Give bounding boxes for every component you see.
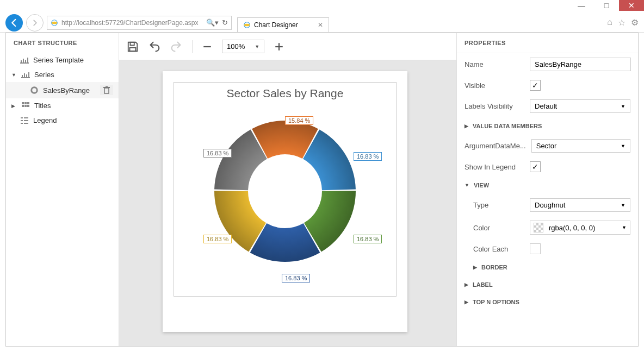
- tools-icon[interactable]: ⚙: [631, 17, 639, 28]
- tab-close-icon[interactable]: ✕: [318, 21, 323, 29]
- section-view[interactable]: ▼ VIEW: [457, 177, 638, 194]
- tree-item-salesbyrange[interactable]: SalesByRange: [6, 82, 119, 98]
- chart-designer-app: CHART STRUCTURE Series Template ▼ Series…: [5, 33, 639, 347]
- color-swatch-icon: [534, 223, 543, 232]
- undo-button[interactable]: [148, 41, 160, 52]
- section-title: TOP N OPTIONS: [473, 299, 519, 305]
- prop-label-color: Color: [473, 224, 524, 232]
- svg-rect-10: [22, 75, 23, 77]
- zoom-select[interactable]: 100% ▼: [222, 40, 264, 53]
- tree-label: Series: [34, 71, 54, 79]
- save-button[interactable]: [127, 41, 139, 53]
- tree-item-series[interactable]: ▼ Series: [6, 67, 119, 82]
- toolbar-separator: [192, 40, 193, 53]
- section-title: VIEW: [474, 182, 489, 188]
- tree-item-legend[interactable]: Legend: [6, 113, 119, 128]
- donut-chart: [203, 110, 367, 273]
- ie-tab-icon: [243, 21, 251, 29]
- svg-rect-13: [28, 72, 29, 77]
- browser-back-button[interactable]: [5, 14, 23, 32]
- legend-icon: [20, 117, 29, 124]
- tab-title: Chart Designer: [254, 21, 298, 29]
- svg-point-1: [52, 21, 58, 24]
- select-value: Default: [535, 102, 557, 110]
- color-each-checkbox[interactable]: [530, 243, 541, 254]
- window-maximize-button[interactable]: □: [594, 0, 619, 11]
- browser-toolbar: 🔍▾ ↻ Chart Designer ✕ ⌂ ☆ ⚙: [0, 13, 644, 33]
- svg-rect-22: [24, 105, 27, 107]
- svg-rect-6: [23, 59, 24, 62]
- refresh-icon[interactable]: ↻: [222, 18, 228, 27]
- select-value: Doughnut: [535, 201, 565, 209]
- slice-label: 16.83 %: [203, 149, 232, 158]
- tree-label: Series Template: [33, 56, 84, 64]
- visible-checkbox[interactable]: ✓: [530, 80, 541, 91]
- slice-label: 16.83 %: [203, 235, 232, 243]
- redo-button[interactable]: [170, 41, 182, 52]
- caret-down-icon: ▼: [621, 143, 626, 149]
- svg-point-3: [244, 24, 250, 27]
- series-icon: [21, 71, 30, 79]
- zoom-in-button[interactable]: [274, 42, 284, 52]
- tree-label: Titles: [34, 102, 51, 110]
- name-input[interactable]: [530, 58, 631, 71]
- svg-rect-8: [27, 58, 28, 62]
- address-input[interactable]: [61, 19, 203, 27]
- browser-forward-button[interactable]: [26, 14, 44, 32]
- tree-item-titles[interactable]: ▶ Titles: [6, 98, 119, 113]
- delete-icon[interactable]: [100, 85, 113, 95]
- caret-right-icon: ▶: [465, 299, 468, 305]
- address-bar[interactable]: 🔍▾ ↻: [47, 16, 232, 30]
- window-minimize-button[interactable]: —: [569, 0, 594, 11]
- svg-rect-4: [20, 62, 29, 64]
- chart-preview-page[interactable]: Sector Sales by Range 15.84 %16.83 %16.8…: [163, 71, 407, 332]
- svg-rect-5: [21, 60, 22, 62]
- chart-structure-panel: CHART STRUCTURE Series Template ▼ Series…: [6, 33, 119, 346]
- section-label[interactable]: ▶ LABEL: [457, 276, 638, 293]
- section-value-data-members[interactable]: ▶ VALUE DATA MEMBERS: [457, 117, 638, 135]
- slice-label: 15.84 %: [285, 116, 313, 125]
- color-select[interactable]: rgba(0, 0, 0, 0) ▼: [530, 221, 630, 235]
- prop-label-showlegend: Show In Legend: [465, 163, 524, 171]
- properties-header: PROPERTIES: [457, 33, 638, 53]
- tree-label: SalesByRange: [43, 86, 90, 95]
- window-close-button[interactable]: ✕: [619, 0, 644, 11]
- zoom-out-button[interactable]: [202, 42, 212, 52]
- properties-panel: PROPERTIES Name Visible ✓ Labels Visibil…: [456, 33, 638, 346]
- prop-label-name: Name: [465, 60, 524, 68]
- home-icon[interactable]: ⌂: [607, 17, 612, 28]
- ie-icon: [51, 19, 58, 27]
- svg-rect-16: [103, 87, 110, 88]
- argument-data-member-select[interactable]: Sector ▼: [531, 139, 630, 153]
- caret-down-icon: ▼: [11, 72, 17, 78]
- section-border[interactable]: ▶ BORDER: [457, 259, 638, 276]
- svg-rect-26: [21, 120, 23, 121]
- svg-rect-29: [24, 123, 28, 124]
- section-title: BORDER: [481, 264, 507, 271]
- search-dropdown-icon[interactable]: 🔍▾: [206, 18, 219, 27]
- tree-label: Legend: [33, 116, 57, 124]
- svg-rect-12: [26, 74, 27, 77]
- svg-rect-11: [24, 73, 25, 77]
- labels-visibility-select[interactable]: Default ▼: [530, 99, 630, 113]
- caret-right-icon: ▶: [11, 103, 17, 109]
- svg-rect-31: [130, 42, 134, 45]
- designer-toolbar: 100% ▼: [119, 33, 456, 60]
- svg-rect-15: [104, 88, 109, 93]
- svg-rect-20: [27, 102, 29, 104]
- slice-label: 16.83 %: [354, 235, 382, 243]
- svg-rect-27: [24, 120, 28, 121]
- favorites-icon[interactable]: ☆: [618, 17, 626, 28]
- prop-label-argument: ArgumentDataMe...: [465, 142, 526, 150]
- show-in-legend-checkbox[interactable]: ✓: [530, 161, 541, 172]
- svg-rect-7: [25, 60, 26, 62]
- view-type-select[interactable]: Doughnut ▼: [530, 198, 630, 212]
- color-value: rgba(0, 0, 0, 0): [549, 224, 595, 232]
- section-top-n-options[interactable]: ▶ TOP N OPTIONS: [457, 293, 638, 311]
- caret-right-icon: ▶: [465, 123, 468, 129]
- caret-down-icon: ▼: [621, 203, 626, 208]
- chart-surface: Sector Sales by Range 15.84 %16.83 %16.8…: [174, 82, 397, 297]
- slice-label: 16.83 %: [354, 152, 382, 161]
- browser-tab[interactable]: Chart Designer ✕: [237, 17, 329, 32]
- tree-item-series-template[interactable]: Series Template: [6, 53, 119, 67]
